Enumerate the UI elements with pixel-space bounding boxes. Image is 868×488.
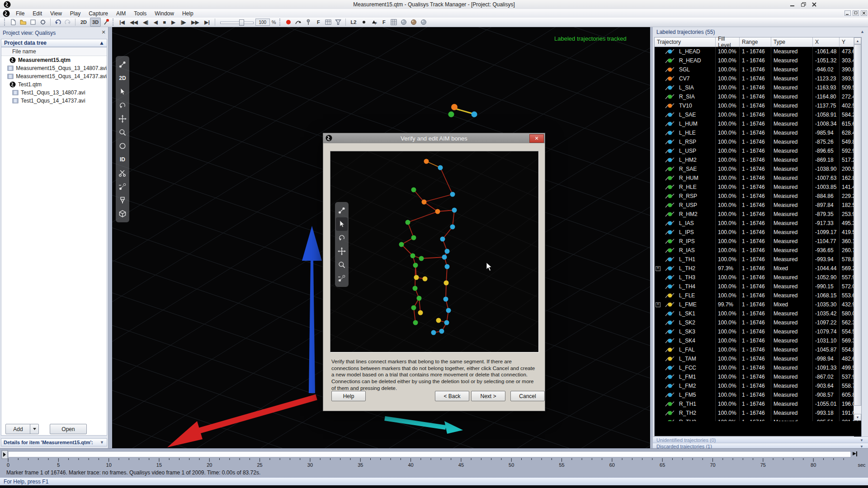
minimize-button[interactable] (788, 1, 797, 8)
trajectory-row-l_th1[interactable]: L_TH1100.0%1 - 16746Measured-993.94578.8… (655, 255, 861, 264)
trajectory-row-l_fm1[interactable]: L_FM1100.0%1 - 16746Measured-867.02537.9… (655, 372, 861, 381)
trajectory-row-sgl[interactable]: SGL100.0%1 - 16746Measured-946.02390.80 (655, 65, 861, 74)
trajectory-row-r_hm2[interactable]: R_HM2100.0%1 - 16746Measured-879.35253.9… (655, 210, 861, 219)
playhead-start-handle[interactable] (2, 450, 8, 459)
play-button[interactable]: ▶ (169, 18, 177, 27)
project-panel-close-icon[interactable]: ✕ (100, 29, 107, 35)
cut-tool-icon[interactable] (117, 166, 128, 180)
trajectory-row-l_sae[interactable]: L_SAE100.0%1 - 16746Measured-1058.91584.… (655, 110, 861, 119)
scroll-up-button[interactable]: ▲ (854, 38, 861, 44)
pan-tool-icon[interactable] (336, 244, 348, 258)
select-tool-icon[interactable] (336, 217, 348, 231)
cancel-button[interactable]: Cancel (510, 391, 545, 401)
dialog-title-bar[interactable]: Verify and edit AIM bones ✕ (323, 133, 545, 143)
trajectory-row-r_hum[interactable]: R_HUM100.0%1 - 16746Measured-1007.63162.… (655, 174, 861, 183)
add-button[interactable]: Add (5, 424, 31, 434)
slider-thumb[interactable] (239, 19, 244, 26)
playhead-end-handle[interactable] (853, 451, 857, 456)
menu-capture[interactable]: Capture (85, 9, 112, 18)
pan-tool-icon[interactable] (117, 112, 128, 126)
zoom-tool-icon[interactable] (117, 126, 128, 139)
trajectory-row-l_fm2[interactable]: L_FM2100.0%1 - 16746Measured-903.64558.7… (655, 381, 861, 390)
trajectory-row-l_fcc[interactable]: L_FCC100.0%1 - 16746Measured-1091.33499.… (655, 363, 861, 372)
view-3d-button[interactable]: 3D (90, 18, 101, 27)
trajectory-row-l_fm5[interactable]: L_FM5100.0%1 - 16746Measured-908.57605.8… (655, 390, 861, 399)
trajectory-row-r_th3[interactable]: R_TH3100.0%1 - 16746Measured-995.51201.1… (655, 418, 861, 421)
bone-create-tool-icon[interactable] (336, 272, 348, 285)
menu-help[interactable]: Help (178, 9, 198, 18)
bone-tool-icon[interactable] (117, 58, 128, 71)
chevron-down-icon[interactable]: ▼ (98, 440, 104, 445)
l2-toggle-button[interactable]: L2 (349, 18, 359, 27)
trajectory-row-l_fle[interactable]: L_FLE100.0%1 - 16746Measured-1068.15553.… (655, 291, 861, 300)
chevron-down-icon[interactable]: ▼ (856, 438, 863, 442)
undo-tool-icon[interactable] (336, 231, 348, 244)
trajectory-row-l_tam[interactable]: L_TAM100.0%1 - 16746Measured-998.94482.6… (655, 354, 861, 363)
unidentified-trajectories-bar[interactable]: Unidentified trajectories (0) ▼ (653, 436, 868, 443)
menu-tools[interactable]: Tools (130, 9, 151, 18)
open-button[interactable]: Open (50, 424, 87, 434)
new-file-icon[interactable] (9, 18, 18, 26)
trajectory-row-r_usp[interactable]: R_USP100.0%1 - 16746Measured-897.84182.5… (655, 201, 861, 210)
trajectory-row-r_sia[interactable]: R_SIA100.0%1 - 16746Measured-1164.80272.… (655, 92, 861, 101)
trajectory-row-r_th1[interactable]: R_TH1100.0%1 - 16746Measured-1055.01196.… (655, 399, 861, 408)
trajectory-row-r_ias[interactable]: R_IAS100.0%1 - 16746Measured-936.65260.7… (655, 246, 861, 255)
project-data-tree-bar[interactable]: Project data tree ▲ (1, 39, 107, 47)
next-button[interactable]: Next > (471, 391, 505, 401)
expand-icon[interactable]: + (656, 266, 660, 271)
select-tool-icon[interactable] (117, 85, 128, 99)
stop-button[interactable]: ■ (161, 18, 169, 27)
tree-item-measurement15-qtm[interactable]: Measurement15.qtm (1, 56, 107, 64)
trajectory-row-l_sk4[interactable]: L_SK4100.0%1 - 16746Measured-1031.10569.… (655, 336, 861, 345)
tree-item-measurement15-oqus-13-14807-avi[interactable]: Measurement15_Oqus_13_14807.avi (1, 64, 107, 72)
step-forward-button[interactable]: |▶ (179, 18, 189, 27)
restore-button[interactable] (798, 1, 808, 8)
dialog-close-button[interactable]: ✕ (529, 134, 544, 143)
trajectory-row-l_hm2[interactable]: L_HM2100.0%1 - 16746Measured-869.18517.2… (655, 155, 861, 164)
scroll-down-button[interactable]: ▼ (854, 414, 861, 421)
id-tool-button[interactable]: ID (117, 153, 128, 166)
timeline-track[interactable] (8, 451, 851, 457)
trajectory-tool-icon[interactable] (117, 139, 128, 153)
trace-icon[interactable] (294, 18, 303, 26)
menu-aim[interactable]: AIM (112, 9, 130, 18)
column-header-fill-level[interactable]: Fill Level (716, 38, 740, 47)
redo-icon[interactable] (63, 18, 72, 26)
menu-edit[interactable]: Edit (28, 9, 46, 18)
undo-tool-icon[interactable] (117, 99, 128, 112)
record-icon[interactable] (284, 18, 293, 26)
view-2d-toggle-button[interactable]: 2D (117, 71, 128, 85)
vertical-scroll-thumb[interactable] (854, 44, 861, 406)
mdi-restore-button[interactable] (853, 10, 859, 16)
filter-icon[interactable] (334, 18, 343, 26)
dialog-3d-view[interactable] (330, 151, 539, 352)
menu-view[interactable]: View (46, 9, 66, 18)
tree-item-test1-qtm[interactable]: Test1.qtm (1, 80, 107, 89)
filename-column-header[interactable]: File name (1, 47, 107, 56)
marker-dot-toggle-icon[interactable] (359, 18, 368, 26)
trajectory-row-l_th4[interactable]: L_TH4100.0%1 - 16746Measured-990.15572.0… (655, 282, 861, 291)
chevron-up-icon[interactable]: ▲ (96, 40, 104, 46)
timeline-ruler[interactable]: sec05101520253035404550556065707580 (0, 449, 868, 468)
back-button[interactable]: < Back (435, 391, 469, 401)
tracked-marker-cluster[interactable] (448, 104, 477, 117)
trajectory-row-r_sae[interactable]: R_SAE100.0%1 - 16746Measured-1038.90200.… (655, 164, 861, 174)
sphere-brown-icon[interactable] (409, 18, 418, 26)
menu-window[interactable]: Window (151, 9, 178, 18)
go-to-start-button[interactable]: |◀ (117, 18, 127, 27)
trajectory-row-tv10[interactable]: TV10100.0%1 - 16746Measured-1137.75402.5… (655, 101, 861, 110)
trajectory-row-r_hle[interactable]: R_HLE100.0%1 - 16746Measured-1003.85141.… (655, 183, 861, 192)
expand-icon[interactable]: + (656, 302, 660, 307)
trajectory-row-l_sk3[interactable]: L_SK3100.0%1 - 16746Measured-1079.74554.… (655, 327, 861, 336)
trajectory-row-r_head[interactable]: R_HEAD100.0%1 - 16746Measured-1051.32303… (655, 56, 861, 65)
trajectory-row-l_head[interactable]: L_HEAD100.0%1 - 16746Measured-1061.48473… (655, 47, 861, 56)
sphere-gray-2-icon[interactable] (419, 18, 428, 26)
marker-f-toggle-icon[interactable]: F (369, 18, 378, 26)
trajectory-row-l_fal[interactable]: L_FAL100.0%1 - 16746Measured-1045.87554.… (655, 345, 861, 354)
f-toggle-icon[interactable]: F (379, 18, 388, 26)
column-header-trajectory[interactable]: Trajectory (655, 38, 716, 47)
trajectory-row-l_th3[interactable]: L_TH3100.0%1 - 16746Measured-1052.90557.… (655, 273, 861, 282)
close-button[interactable] (809, 1, 819, 8)
grid-3x3-icon[interactable] (389, 18, 398, 26)
go-to-end-button[interactable]: ▶| (202, 18, 212, 27)
